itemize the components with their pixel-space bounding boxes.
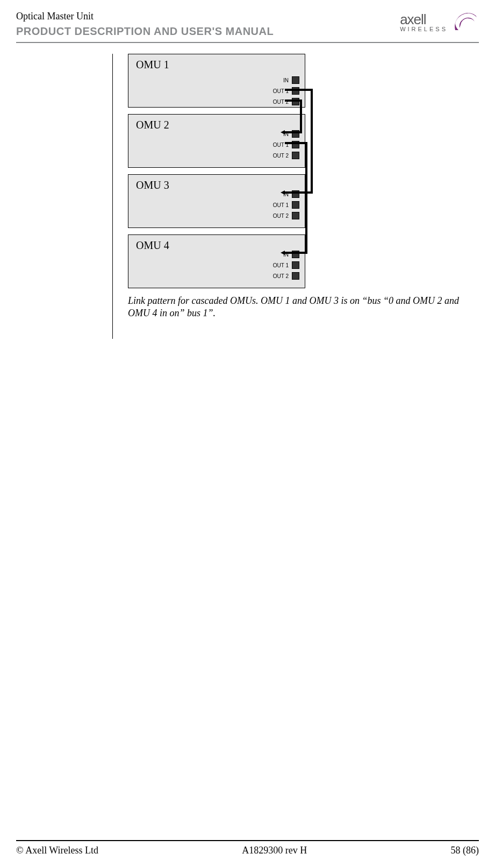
omu-label: OMU 3 xyxy=(136,179,169,191)
port-label-out1: OUT 1 xyxy=(273,142,289,148)
port-icon xyxy=(292,76,299,84)
port-label-in: IN xyxy=(283,131,289,137)
port-label-out2: OUT 2 xyxy=(273,273,289,279)
omu-label: OMU 1 xyxy=(136,59,169,71)
port-icon xyxy=(292,87,299,95)
brand-logo: axell WIRELESS xyxy=(400,10,479,32)
port-label-out2: OUT 2 xyxy=(273,153,289,159)
port-icon xyxy=(292,98,299,105)
main-content: OMU 1 IN OUT 1 OUT 2 OMU 2 IN OUT 1 OUT … xyxy=(113,54,479,339)
omu-label: OMU 2 xyxy=(136,119,169,131)
footer-docid: A1829300 rev H xyxy=(242,845,307,856)
port-icon xyxy=(292,251,299,258)
port-icon xyxy=(292,190,299,198)
footer-copyright: © Axell Wireless Ltd xyxy=(16,845,98,856)
port-icon xyxy=(292,152,299,159)
port-icon xyxy=(292,201,299,209)
page-footer: © Axell Wireless Ltd A1829300 rev H 58 (… xyxy=(16,845,479,856)
omu-label: OMU 4 xyxy=(136,239,169,252)
omu-box-1: OMU 1 IN OUT 1 OUT 2 xyxy=(128,54,305,108)
port-icon xyxy=(292,212,299,219)
port-label-in: IN xyxy=(283,77,289,83)
sidebar xyxy=(16,54,113,339)
port-icon xyxy=(292,272,299,280)
footer-divider xyxy=(16,840,479,841)
port-label-out2: OUT 2 xyxy=(273,213,289,219)
swirl-icon xyxy=(451,10,479,32)
port-icon xyxy=(292,261,299,269)
port-icon xyxy=(292,130,299,138)
port-label-in: IN xyxy=(283,252,289,258)
logo-subtext: WIRELESS xyxy=(400,26,448,32)
omu-box-4: OMU 4 IN OUT 1 OUT 2 xyxy=(128,234,305,288)
omu-box-3: OMU 3 IN OUT 1 OUT 2 xyxy=(128,174,305,228)
omu-box-2: OMU 2 IN OUT 1 OUT 2 xyxy=(128,114,305,168)
footer-page-number: 58 (86) xyxy=(451,845,479,856)
figure-caption: Link pattern for cascaded OMUs. OMU 1 an… xyxy=(128,295,479,320)
port-label-out1: OUT 1 xyxy=(273,202,289,208)
port-label-out2: OUT 2 xyxy=(273,99,289,105)
port-icon xyxy=(292,141,299,148)
port-label-out1: OUT 1 xyxy=(273,88,289,94)
port-label-out1: OUT 1 xyxy=(273,262,289,268)
port-label-in: IN xyxy=(283,191,289,197)
